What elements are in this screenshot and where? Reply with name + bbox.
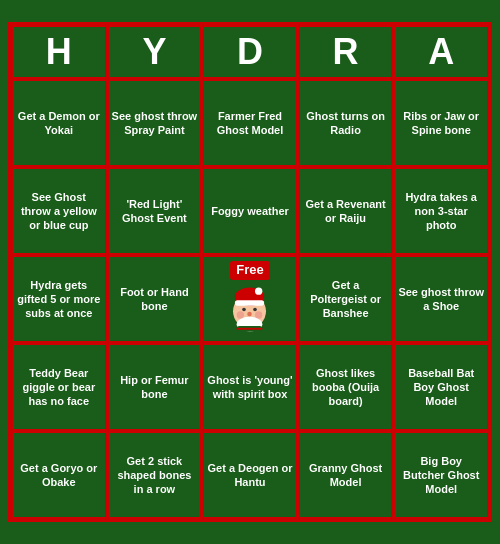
- bingo-cell[interactable]: Ghost turns on Radio: [298, 79, 394, 167]
- cell-text: Get a Deogen or Hantu: [207, 461, 293, 490]
- cell-text: Teddy Bear giggle or bear has no face: [16, 366, 102, 409]
- svg-point-7: [255, 311, 262, 318]
- cell-text: Big Boy Butcher Ghost Model: [398, 454, 484, 497]
- cell-text: Foot or Hand bone: [112, 285, 198, 314]
- cell-text: Hip or Femur bone: [112, 373, 198, 402]
- svg-point-3: [255, 287, 262, 294]
- cell-text: Foggy weather: [211, 204, 289, 218]
- bingo-cell[interactable]: Foggy weather: [202, 167, 298, 255]
- svg-point-5: [254, 308, 258, 312]
- bingo-cell[interactable]: Ribs or Jaw or Spine bone: [393, 79, 489, 167]
- cell-text: Get a Poltergeist or Banshee: [303, 278, 389, 321]
- bingo-cell[interactable]: See ghost throw a Shoe: [393, 255, 489, 343]
- bingo-cell[interactable]: Hip or Femur bone: [107, 343, 203, 431]
- bingo-cell[interactable]: 'Red Light' Ghost Event: [107, 167, 203, 255]
- bingo-cell[interactable]: Big Boy Butcher Ghost Model: [393, 431, 489, 519]
- bingo-cell[interactable]: Teddy Bear giggle or bear has no face: [11, 343, 107, 431]
- bingo-cell[interactable]: Baseball Bat Boy Ghost Model: [393, 343, 489, 431]
- bingo-cell[interactable]: Get a Deogen or Hantu: [202, 431, 298, 519]
- cell-text: 'Red Light' Ghost Event: [112, 197, 198, 226]
- bingo-cell[interactable]: Ghost likes booba (Ouija board): [298, 343, 394, 431]
- bingo-cell[interactable]: Foot or Hand bone: [107, 255, 203, 343]
- svg-point-6: [237, 311, 244, 318]
- bingo-cell[interactable]: Get a Revenant or Raiju: [298, 167, 394, 255]
- cell-text: Get a Revenant or Raiju: [303, 197, 389, 226]
- header-letter: H: [11, 25, 107, 79]
- bingo-cell[interactable]: Farmer Fred Ghost Model: [202, 79, 298, 167]
- free-label: Free: [230, 261, 269, 280]
- cell-text: Hydra gets gifted 5 or more subs at once: [16, 278, 102, 321]
- svg-rect-2: [235, 300, 264, 306]
- svg-point-8: [248, 312, 253, 317]
- bingo-cell[interactable]: Ghost is 'young' with spirit box: [202, 343, 298, 431]
- cell-text: Get a Demon or Yokai: [16, 109, 102, 138]
- free-space[interactable]: Free: [202, 255, 298, 343]
- svg-point-4: [243, 308, 247, 312]
- bingo-cell[interactable]: See Ghost throw a yellow or blue cup: [11, 167, 107, 255]
- bingo-grid: Get a Demon or YokaiSee ghost throw Spra…: [11, 79, 489, 519]
- bingo-cell[interactable]: Get a Goryo or Obake: [11, 431, 107, 519]
- cell-text: Get 2 stick shaped bones in a row: [112, 454, 198, 497]
- bingo-card: HYDRA Get a Demon or YokaiSee ghost thro…: [8, 22, 492, 522]
- bingo-cell[interactable]: Get a Demon or Yokai: [11, 79, 107, 167]
- cell-text: See Ghost throw a yellow or blue cup: [16, 190, 102, 233]
- bingo-cell[interactable]: Hydra gets gifted 5 or more subs at once: [11, 255, 107, 343]
- cell-text: Ghost turns on Radio: [303, 109, 389, 138]
- cell-text: Farmer Fred Ghost Model: [207, 109, 293, 138]
- cell-text: See ghost throw a Shoe: [398, 285, 484, 314]
- cell-text: Get a Goryo or Obake: [16, 461, 102, 490]
- header-letter: D: [202, 25, 298, 79]
- header-row: HYDRA: [11, 25, 489, 79]
- header-letter: A: [393, 25, 489, 79]
- cell-text: Ghost is 'young' with spirit box: [207, 373, 293, 402]
- bingo-cell[interactable]: Hydra takes a non 3-star photo: [393, 167, 489, 255]
- cell-text: See ghost throw Spray Paint: [112, 109, 198, 138]
- bingo-cell[interactable]: Get a Poltergeist or Banshee: [298, 255, 394, 343]
- cell-text: Hydra takes a non 3-star photo: [398, 190, 484, 233]
- cell-text: Ribs or Jaw or Spine bone: [398, 109, 484, 138]
- header-letter: R: [298, 25, 394, 79]
- bingo-cell[interactable]: Get 2 stick shaped bones in a row: [107, 431, 203, 519]
- cell-text: Baseball Bat Boy Ghost Model: [398, 366, 484, 409]
- svg-rect-11: [237, 328, 263, 330]
- cell-text: Ghost likes booba (Ouija board): [303, 366, 389, 409]
- cell-text: Granny Ghost Model: [303, 461, 389, 490]
- bingo-cell[interactable]: Granny Ghost Model: [298, 431, 394, 519]
- header-letter: Y: [107, 25, 203, 79]
- bingo-cell[interactable]: See ghost throw Spray Paint: [107, 79, 203, 167]
